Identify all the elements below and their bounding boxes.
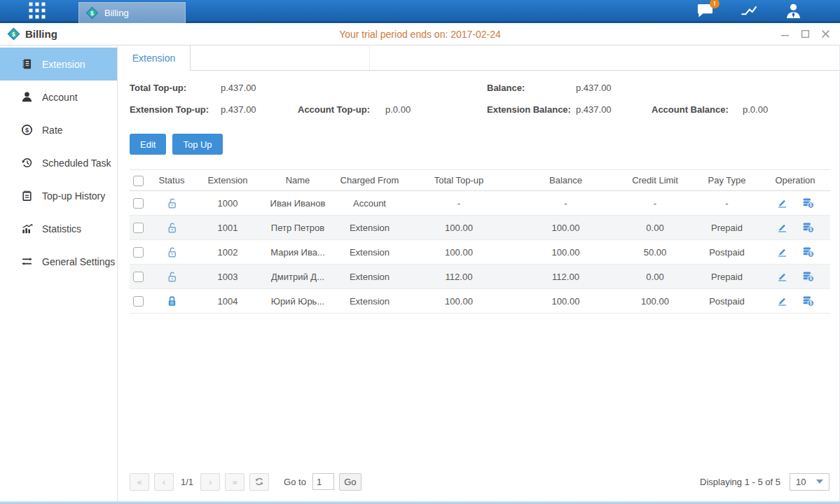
cell-credit-limit: - — [617, 191, 694, 216]
close-icon — [821, 29, 830, 38]
row-checkbox[interactable] — [133, 272, 144, 282]
row-topup-icon[interactable]: $ — [802, 271, 814, 282]
svg-text:$: $ — [810, 276, 813, 281]
row-edit-icon[interactable] — [776, 271, 788, 282]
pagination-bar: 1/1 Go to Go Di — [130, 468, 829, 501]
cell-pay-type: - — [694, 191, 760, 216]
cell-extension: 1002 — [196, 240, 259, 265]
maximize-button[interactable] — [800, 29, 810, 39]
status-lock-icon — [166, 270, 178, 281]
cell-credit-limit: 100.00 — [617, 289, 694, 314]
close-button[interactable] — [820, 29, 830, 39]
select-all-checkbox[interactable] — [133, 176, 144, 186]
sidebar-item-account[interactable]: Account — [0, 80, 117, 113]
row-topup-icon[interactable]: $ — [802, 197, 814, 209]
svg-text:$: $ — [810, 251, 813, 257]
sidebar-item-topup-history[interactable]: Top-up History — [0, 179, 117, 212]
edit-button[interactable]: Edit — [130, 134, 166, 155]
sidebar-item-scheduled-task[interactable]: Scheduled Task — [0, 146, 117, 179]
goto-page-input[interactable] — [312, 473, 334, 490]
extension-topup-label: Extension Top-up: — [130, 104, 221, 115]
cell-credit-limit: 0.00 — [617, 216, 694, 240]
column-extension: Extension — [196, 170, 259, 191]
sidebar-item-extension[interactable]: Extension — [0, 48, 117, 80]
svg-text:$: $ — [90, 10, 94, 17]
messages-button[interactable]: ! — [696, 2, 714, 19]
apps-grid-icon — [28, 1, 46, 20]
svg-text:$: $ — [810, 202, 813, 208]
row-checkbox[interactable] — [133, 247, 144, 258]
row-topup-icon[interactable]: $ — [802, 222, 814, 233]
cell-total-topup: 100.00 — [403, 289, 515, 314]
row-checkbox[interactable] — [133, 223, 144, 233]
row-topup-icon[interactable]: $ — [802, 246, 814, 258]
action-buttons: Edit Top Up — [130, 134, 829, 155]
taskbar-tab-billing[interactable]: $ Billing — [78, 2, 186, 23]
prev-page-button[interactable] — [154, 473, 174, 491]
tab-bar: Extension — [118, 46, 839, 71]
line-chart-icon — [740, 4, 758, 18]
column-charged-from: Charged From — [336, 170, 403, 191]
sidebar-item-label: General Settings — [42, 256, 115, 267]
column-balance: Balance — [515, 170, 617, 191]
status-lock-icon — [166, 246, 178, 256]
column-credit-limit: Credit Limit — [617, 170, 694, 191]
apps-grid-button[interactable] — [27, 1, 48, 20]
first-page-button[interactable] — [130, 473, 149, 491]
cell-balance: 100.00 — [515, 289, 617, 314]
page-size-value: 10 — [796, 477, 806, 487]
refresh-button[interactable] — [249, 473, 269, 491]
sidebar-item-label: Statistics — [42, 223, 81, 234]
tab-extension[interactable]: Extension — [118, 46, 191, 71]
minimize-button[interactable] — [780, 29, 790, 39]
window-titlebar: $ Billing Your trial period ends on: 201… — [0, 23, 840, 46]
cell-name: Юрий Юрь... — [259, 289, 336, 314]
cell-name: Дмитрий Д... — [259, 265, 336, 289]
cell-balance: 100.00 — [515, 240, 617, 265]
row-topup-icon[interactable]: $ — [802, 295, 814, 307]
sidebar-item-general-settings[interactable]: General Settings — [0, 245, 117, 278]
cell-charged-from: Account — [336, 191, 403, 216]
row-edit-icon[interactable] — [776, 222, 788, 233]
account-topup-label: Account Top-up: — [298, 104, 385, 115]
history-clock-icon — [21, 157, 33, 169]
cell-charged-from: Extension — [336, 216, 403, 240]
cell-balance: 112.00 — [515, 265, 617, 289]
sliders-icon — [21, 255, 33, 267]
reports-button[interactable] — [740, 2, 758, 19]
balance-value: p.437.00 — [576, 83, 652, 93]
column-total-topup: Total Top-up — [403, 170, 515, 191]
sidebar-item-label: Rate — [42, 125, 63, 136]
taskbar-tab-label: Billing — [104, 8, 129, 18]
extension-table: Status Extension Name Charged From Total… — [130, 169, 829, 314]
window-title: $ Billing — [7, 27, 57, 41]
table-row: 1001 Петр Петров Extension 100.00 100.00… — [130, 216, 830, 240]
row-edit-icon[interactable] — [776, 197, 788, 209]
sidebar-item-label: Scheduled Task — [42, 158, 111, 169]
status-lock-icon — [166, 295, 178, 305]
cell-pay-type: Prepaid — [694, 216, 760, 240]
sidebar: Extension Account $ Rate — [0, 46, 118, 501]
row-edit-icon[interactable] — [776, 295, 788, 307]
cell-charged-from: Extension — [336, 265, 403, 289]
row-edit-icon[interactable] — [776, 246, 788, 258]
row-checkbox[interactable] — [133, 296, 144, 307]
cell-pay-type: Postpaid — [694, 240, 760, 265]
go-button[interactable]: Go — [339, 473, 362, 491]
cell-extension: 1000 — [196, 191, 259, 216]
page-size-select[interactable]: 10 — [790, 473, 829, 491]
last-page-button[interactable] — [225, 473, 245, 491]
billing-diamond-icon: $ — [85, 6, 99, 20]
cell-total-topup: - — [403, 191, 515, 216]
sidebar-item-statistics[interactable]: Statistics — [0, 212, 117, 245]
next-page-button[interactable] — [200, 473, 220, 491]
account-balance-value: p.0.00 — [743, 104, 829, 115]
top-up-button[interactable]: Top Up — [172, 134, 222, 155]
user-button[interactable] — [784, 2, 802, 19]
extension-panel: Total Top-up: p.437.00 Balance: p.437.00… — [118, 71, 839, 501]
row-checkbox[interactable] — [133, 198, 144, 209]
billing-app-window: $ Billing ! — [0, 0, 840, 504]
cell-total-topup: 112.00 — [403, 265, 515, 289]
sidebar-item-rate[interactable]: $ Rate — [0, 113, 117, 146]
trial-period-notice: Your trial period ends on: 2017-02-24 — [0, 29, 840, 40]
